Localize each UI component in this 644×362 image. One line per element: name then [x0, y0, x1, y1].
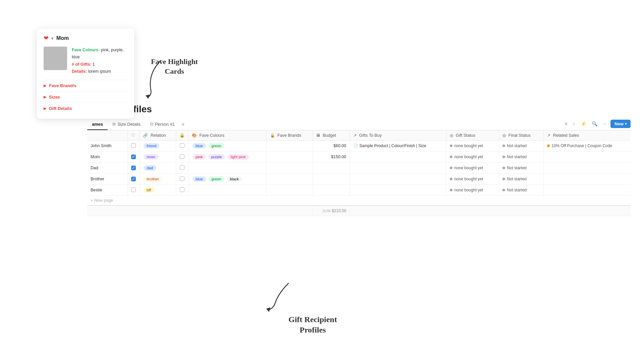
new-button[interactable]: New ▾: [610, 120, 631, 128]
giftstatus-doticon-3: [450, 167, 452, 169]
table-header: ♡ 🔗 Relation 🔒 🎨 Fave Colours 🔒 Fave Bra…: [87, 130, 631, 140]
search-icon[interactable]: 🔍: [590, 120, 599, 128]
bottom-annotation-line2: Profiles: [300, 325, 326, 334]
cell-fav-5[interactable]: [128, 185, 140, 196]
tab-names[interactable]: ames: [87, 119, 108, 130]
annotation-line1: Fave Highlight: [151, 57, 198, 66]
th-fav: ♡: [128, 130, 140, 140]
fav-checkbox-1[interactable]: [131, 143, 136, 148]
cell-budget-3: [313, 163, 350, 174]
th-relatedsales-icon: ↗: [547, 133, 550, 138]
th-finalstatus: ◎ Final Status: [499, 130, 544, 140]
fav-checkbox-4[interactable]: ✓: [131, 177, 136, 181]
th-favecolours: 🎨 Fave Colours: [189, 130, 267, 140]
expand-icon-giftdetails: ▶: [44, 106, 46, 111]
cell-finalstatus-2: Not started: [499, 152, 544, 163]
sum-row: SUM $210.00: [87, 205, 631, 216]
cell-finalstatus-4: Not started: [499, 174, 544, 185]
cell-budget-5: [313, 185, 350, 196]
giftstatus-dot-4: none bought yet: [450, 177, 483, 181]
colour-tag-purple-2: purple: [208, 154, 225, 160]
cell-favebrands-5: [266, 185, 313, 196]
tabs-row: ames ⊞ Size Details ⊟ Person #1 + ≡ ↕ ⚡ …: [87, 119, 631, 130]
giftstatus-doticon-2: [450, 156, 452, 158]
cell-relation-3: dad: [140, 163, 176, 174]
tab-names-label: ames: [92, 122, 103, 127]
th-favebrands-icon: 🔒: [270, 133, 275, 138]
more-icon[interactable]: ···: [601, 120, 608, 128]
svg-marker-0: [146, 95, 150, 99]
relatedsales-doticon-1: [547, 144, 550, 147]
fav-checkbox-3[interactable]: ✓: [131, 166, 136, 170]
card-section-giftdetails[interactable]: ▶ Gift Details: [44, 103, 127, 114]
th-lock: 🔒: [176, 130, 189, 140]
sum-empty2: [350, 205, 631, 216]
colour-tag-green-1: green: [208, 143, 224, 148]
cell-lock-4[interactable]: [176, 174, 189, 185]
cell-favebrands-3: [266, 163, 313, 174]
cell-relation-2: mom: [140, 152, 176, 163]
cell-fav-4[interactable]: ✓: [128, 174, 140, 185]
product-icon-1: 📄: [353, 143, 358, 148]
page-title: pients Profiles: [87, 104, 631, 115]
gifts-value: 1: [93, 62, 95, 67]
lock-checkbox-5[interactable]: [180, 187, 184, 192]
sort-icon[interactable]: ↕: [572, 120, 577, 128]
card-section-brands[interactable]: ▶ Fave Brand/s: [44, 80, 127, 91]
details-label: Details:: [72, 69, 87, 74]
lock-checkbox-2[interactable]: [180, 154, 184, 159]
colour-tag-pink-2: pink: [193, 154, 206, 160]
expand-icon-brands: ▶: [44, 83, 46, 88]
sum-cell: SUM $210.00: [313, 205, 350, 216]
cell-favecolours-2: pink purple light pink: [189, 152, 267, 163]
cell-lock-3[interactable]: [176, 163, 189, 174]
cell-name-4: Brother: [87, 174, 128, 185]
lock-checkbox-4[interactable]: [180, 176, 184, 181]
th-relation-icon: 🔗: [143, 133, 148, 138]
th-budget-icon: 🏛: [316, 133, 320, 138]
cell-fav-1[interactable]: [128, 140, 140, 152]
lightning-icon[interactable]: ⚡: [579, 120, 588, 128]
tab-size-details-label: Size Details: [117, 122, 141, 127]
th-relation: 🔗 Relation: [140, 130, 176, 140]
tab-person1[interactable]: ⊟ Person #1: [145, 119, 179, 130]
cell-giftstatus-1: none bought yet: [446, 140, 499, 152]
add-tab-button[interactable]: +: [179, 119, 186, 130]
new-page-label[interactable]: + New page: [91, 198, 113, 203]
new-page-row[interactable]: + New page: [87, 196, 631, 206]
th-finalstatus-label: Final Status: [508, 133, 531, 138]
th-giftstobuy: ↗ Gifts To Buy: [350, 130, 446, 140]
cell-lock-5[interactable]: [176, 185, 189, 196]
chevron-icon: ▾: [51, 36, 54, 41]
main-table: ♡ 🔗 Relation 🔒 🎨 Fave Colours 🔒 Fave Bra…: [87, 130, 631, 216]
finalstatus-dot-1: Not started: [502, 143, 527, 148]
th-budget: 🏛 Budget: [313, 130, 350, 140]
cell-fav-3[interactable]: ✓: [128, 163, 140, 174]
cell-giftstobuy-3: [350, 163, 446, 174]
card-section-sizes[interactable]: ▶ Sizes: [44, 91, 127, 103]
tab-size-details[interactable]: ⊞ Size Details: [108, 119, 145, 130]
fav-checkbox-5[interactable]: [131, 187, 136, 192]
cell-giftstobuy-4: [350, 174, 446, 185]
cell-name-2: Mom: [87, 152, 128, 163]
cell-lock-1[interactable]: [176, 140, 189, 152]
cell-lock-2[interactable]: [176, 152, 189, 163]
th-giftstatus-icon: ◎: [450, 133, 453, 138]
lock-checkbox-1[interactable]: [180, 143, 184, 148]
filter-icon[interactable]: ≡: [563, 120, 569, 128]
cell-giftstobuy-2: [350, 152, 446, 163]
fav-checkbox-2[interactable]: ✓: [131, 155, 136, 159]
cell-fav-2[interactable]: ✓: [128, 152, 140, 163]
table-row: Bestie bff: [87, 185, 631, 196]
new-page-cell[interactable]: + New page: [87, 196, 631, 206]
card-details: Fave Colours: pink, purple, blue # of Gi…: [72, 47, 127, 75]
cell-favecolours-5: [189, 185, 267, 196]
lock-checkbox-3[interactable]: [180, 165, 184, 170]
card-section-sizes-label: Sizes: [49, 95, 60, 100]
finalstatus-dot-5: Not started: [502, 188, 527, 192]
relation-tag-1: friend: [144, 143, 159, 148]
colour-tag-black-4: black: [227, 176, 242, 182]
finalstatus-doticon-2: [502, 156, 505, 158]
cell-relatedsales-1: 10% Off Purchase | Coupon Code: [544, 140, 631, 152]
relation-tag-4: brother: [144, 176, 162, 182]
